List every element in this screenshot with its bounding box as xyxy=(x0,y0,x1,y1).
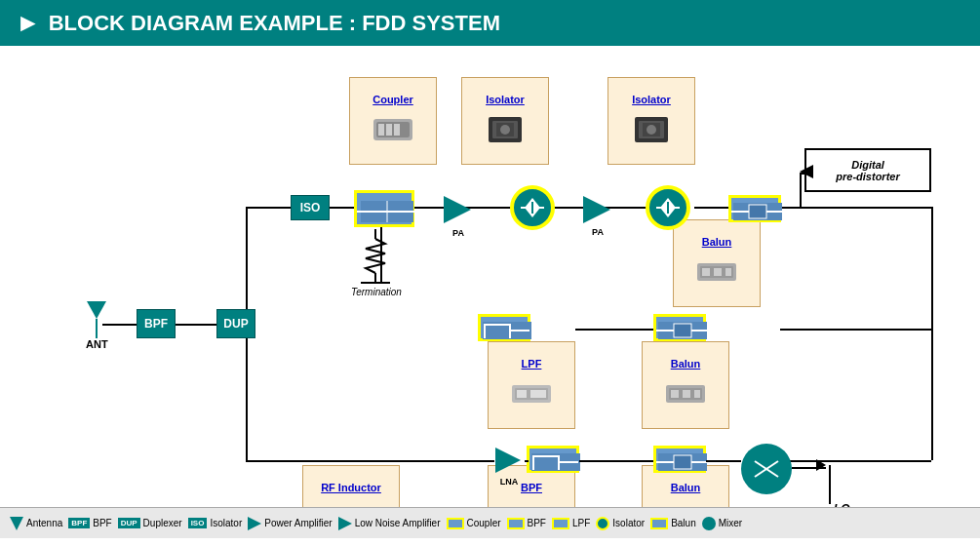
balun3-label: Balun xyxy=(671,480,701,495)
pa1-arrow xyxy=(444,196,473,223)
legend-antenna-icon xyxy=(10,517,23,530)
legend-iso: ISO Isolator xyxy=(188,518,243,528)
balun-rx-schematic xyxy=(653,446,706,473)
lpf-label: LPF xyxy=(522,356,542,371)
isolator1-chip-svg xyxy=(481,109,529,148)
line-iso1-pa2 xyxy=(554,207,583,209)
svg-rect-15 xyxy=(702,268,710,276)
legend-iso2-icon xyxy=(596,517,609,530)
svg-marker-75 xyxy=(10,517,23,530)
legend-bpf-label: BPF xyxy=(93,518,111,528)
isolator2-image xyxy=(625,107,679,151)
coupler-component-box: Coupler xyxy=(349,77,437,165)
line-dup-tx xyxy=(246,207,248,324)
line-lna-bpf xyxy=(525,460,529,462)
svg-rect-22 xyxy=(694,390,700,398)
legend-antenna-label: Antenna xyxy=(26,518,62,528)
svg-point-12 xyxy=(647,125,656,135)
legend-mixer-label: Mixer xyxy=(719,518,742,528)
line-iso2-balun xyxy=(694,207,728,209)
svg-marker-76 xyxy=(248,517,261,530)
digital-arrow xyxy=(800,165,813,178)
pa2-arrow xyxy=(583,196,612,223)
svg-rect-21 xyxy=(683,390,690,398)
balun1-chip-svg xyxy=(692,252,741,291)
legend-pa: Power Amplifier xyxy=(248,517,332,530)
balun-mid-schematic xyxy=(653,314,706,341)
legend-coupler-label: Coupler xyxy=(467,518,501,528)
lna-block: LNA xyxy=(495,448,523,487)
svg-rect-3 xyxy=(386,124,392,136)
svg-marker-77 xyxy=(338,517,352,530)
legend-pa-icon xyxy=(248,517,261,530)
legend-lna: Low Noise Amplifier xyxy=(338,517,441,530)
line-balun-mixer xyxy=(706,460,741,462)
legend-dup-label: Duplexer xyxy=(143,518,182,528)
line-right-wall xyxy=(931,207,933,460)
svg-point-8 xyxy=(500,125,510,135)
svg-rect-60 xyxy=(749,205,766,218)
dup-block-label: DUP xyxy=(223,317,248,331)
pa2-block: PA xyxy=(583,196,612,237)
legend-pa-label: Power Amplifier xyxy=(264,518,332,528)
legend-balun: Balun xyxy=(650,518,696,529)
antenna-icon xyxy=(87,301,106,319)
svg-marker-48 xyxy=(444,196,471,223)
legend-balun-icon xyxy=(650,518,668,529)
lna-label: LNA xyxy=(495,477,523,487)
balun2-chip-svg xyxy=(661,373,710,412)
isolator1-symbol xyxy=(515,190,550,225)
balun-tx-pattern xyxy=(731,198,784,225)
line-bpf-balun-rx xyxy=(579,460,653,462)
balun-mid-pattern xyxy=(656,317,709,344)
coupler-label: Coupler xyxy=(372,92,413,107)
line-coupler-pa1 xyxy=(414,207,444,209)
legend-mixer-icon xyxy=(702,517,716,530)
legend-lpf-label: LPF xyxy=(572,518,590,528)
legend-antenna: Antenna xyxy=(10,517,62,530)
rf-inductor-label: RF Inductor xyxy=(321,480,381,495)
legend-iso2: Isolator xyxy=(596,517,645,530)
lpf-schematic xyxy=(478,314,530,341)
line-mixer-lo xyxy=(829,465,831,504)
svg-rect-20 xyxy=(671,390,679,398)
balun-tx-schematic xyxy=(728,195,781,222)
isolator1-schematic xyxy=(510,185,555,230)
bpf-rx-pattern xyxy=(529,448,582,476)
bpf-block: BPF xyxy=(137,309,176,338)
svg-rect-2 xyxy=(378,124,384,136)
isolator1-component-box: Isolator xyxy=(461,77,549,165)
lpf-image xyxy=(505,371,559,415)
legend-balun-label: Balun xyxy=(671,518,696,528)
legend-bpf-icon: BPF xyxy=(68,518,90,528)
lpf-component-box: LPF xyxy=(488,341,575,429)
pa1-block: PA xyxy=(444,196,473,238)
pa2-label: PA xyxy=(583,227,612,237)
termination-svg xyxy=(351,229,400,288)
legend-mixer: Mixer xyxy=(702,517,742,530)
legend-iso-icon: ISO xyxy=(188,518,208,528)
balun1-label: Balun xyxy=(702,234,732,250)
bpf-comp-label: BPF xyxy=(521,480,542,495)
coupler-schematic-block xyxy=(354,190,414,227)
line-dup-rx xyxy=(246,324,248,460)
legend-coupler: Coupler xyxy=(447,518,501,529)
isolator2-component-box: Isolator xyxy=(608,77,695,165)
svg-rect-71 xyxy=(674,455,691,469)
dup-block: DUP xyxy=(216,309,255,338)
balun2-label: Balun xyxy=(671,356,701,371)
antenna-pole xyxy=(96,319,98,338)
legend-bpf2-label: BPF xyxy=(528,518,546,528)
antenna-block: ANT xyxy=(86,301,108,350)
isolator2-label: Isolator xyxy=(632,92,671,107)
legend-bpf: BPF BPF xyxy=(68,518,111,528)
isolator2-schematic xyxy=(646,185,690,230)
iso-block: ISO xyxy=(291,195,330,220)
legend-lpf: LPF xyxy=(552,518,590,529)
termination-group: Termination xyxy=(351,229,402,297)
line-balun-wall xyxy=(780,207,931,209)
isolator2-chip-svg xyxy=(627,109,676,148)
digital-predistorter-block: Digitalpre-distorter xyxy=(804,148,931,192)
iso-block-label: ISO xyxy=(300,201,321,214)
antenna-label: ANT xyxy=(86,338,108,350)
